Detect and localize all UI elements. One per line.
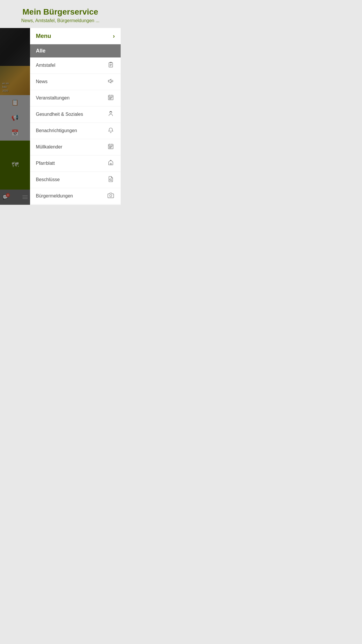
beschluesse-label: Beschlüsse [36,177,60,182]
svg-point-22 [110,146,111,147]
app-header: Mein Bürgerservice News, Amtstafel, Bürg… [0,0,121,28]
person-health-icon [107,111,115,118]
news-label: News [36,79,48,84]
drawer-item-muellkalender[interactable]: Müllkalender [30,139,121,155]
svg-point-11 [110,97,111,98]
drawer-section-all[interactable]: Alle [30,44,121,57]
svg-point-21 [109,146,110,147]
svg-rect-2 [110,62,112,63]
amtstafel-label: Amtstafel [36,63,55,68]
pfarrblatt-label: Pfarrblatt [36,161,55,166]
drawer-overlay: Menu › Alle Amtstafel News [0,28,121,205]
muellkalender-label: Müllkalender [36,144,62,150]
chevron-right-icon: › [113,33,115,39]
svg-point-13 [109,98,110,99]
drawer-dim[interactable] [0,28,30,205]
app-title: Mein Bürgerservice [5,7,116,17]
camera-icon [107,192,115,200]
drawer-item-shuttle[interactable]: Shuttle - Seilbahn - B... [30,204,121,205]
drawer-item-amtstafel[interactable]: Amtstafel [30,57,121,74]
main-area: en im bau 2020 📋 📢 📅 🗺 💬 3 [0,28,121,205]
drawer-menu-title: Menu [36,33,51,39]
svg-point-25 [110,147,111,148]
gesundheit-label: Gesundheit & Soziales [36,112,83,117]
drawer-header[interactable]: Menu › [30,28,121,44]
svg-point-14 [110,98,111,99]
drawer-panel: Menu › Alle Amtstafel News [30,28,121,205]
drawer-item-gesundheit[interactable]: Gesundheit & Soziales [30,106,121,123]
svg-point-30 [110,179,111,181]
svg-point-32 [110,195,112,197]
bell-icon [107,127,115,135]
drawer-item-veranstaltungen[interactable]: Veranstaltungen [30,90,121,106]
drawer-items-list: Amtstafel News Veranstaltungen [30,57,121,205]
svg-rect-27 [110,163,111,165]
svg-line-31 [111,180,112,181]
veranstaltungen-label: Veranstaltungen [36,95,70,101]
clipboard-icon [107,62,115,69]
buergermeldungen-label: Bürgermeldungen [36,193,73,199]
svg-rect-16 [110,111,112,112]
calendar-events-icon [107,94,115,102]
drawer-item-beschluesse[interactable]: Beschlüsse [30,172,121,188]
drawer-item-benachrichtigungen[interactable]: Benachrichtigungen [30,123,121,139]
benachrichtigungen-label: Benachrichtigungen [36,128,77,133]
church-icon [107,160,115,167]
app-subtitle: News, Amtstafel, Bürgermeldungen ... [5,18,116,23]
svg-point-10 [109,97,110,98]
trash-calendar-icon [107,143,115,151]
drawer-item-pfarrblatt[interactable]: Pfarrblatt [30,155,121,172]
svg-point-12 [112,97,112,98]
document-search-icon [107,176,115,184]
svg-point-24 [109,147,110,148]
svg-point-23 [112,146,112,147]
megaphone-icon [107,78,115,86]
drawer-item-news[interactable]: News [30,74,121,90]
drawer-item-buergermeldungen[interactable]: Bürgermeldungen [30,188,121,204]
